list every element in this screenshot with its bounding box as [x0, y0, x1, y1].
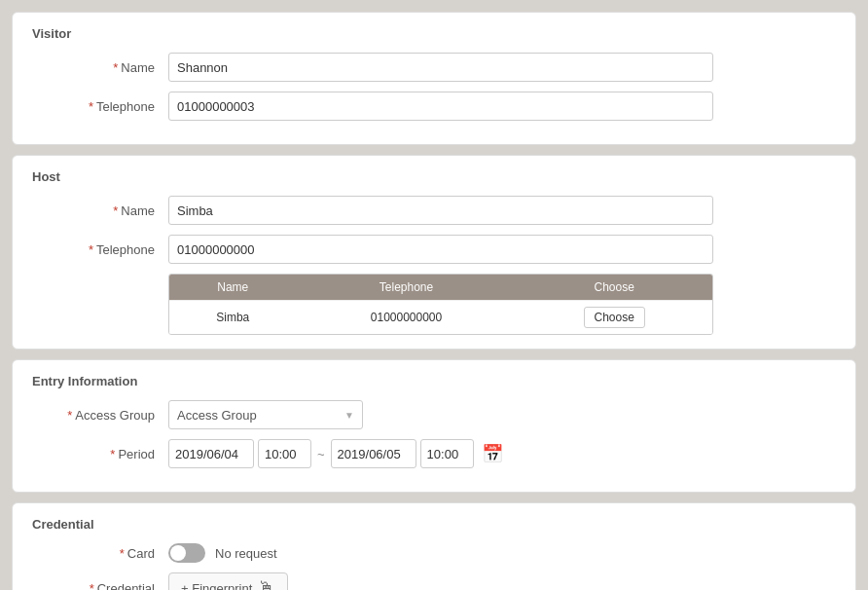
visitor-tel-label: Telephone — [32, 99, 168, 114]
host-name-row: Name — [32, 196, 836, 225]
visitor-tel-row: Telephone — [32, 92, 836, 121]
host-tel-row: Telephone — [32, 235, 836, 264]
col-choose-header: Choose — [516, 275, 712, 301]
visitor-tel-input[interactable] — [168, 92, 713, 121]
host-row-telephone: 01000000000 — [297, 301, 517, 335]
host-name-label: Name — [32, 203, 168, 218]
end-date-input[interactable] — [331, 439, 416, 468]
host-table: Name Telephone Choose Simba 01000000000 … — [168, 274, 713, 335]
access-group-label: Access Group — [32, 408, 168, 423]
visitor-name-row: Name — [32, 53, 836, 82]
period-row: Period ~ 📅 — [32, 439, 836, 468]
visitor-section: Visitor Name Telephone — [12, 12, 856, 145]
start-time-input[interactable] — [258, 439, 311, 468]
fingerprint-icon: 🖱 — [258, 578, 275, 590]
host-row-choose-cell: Choose — [516, 301, 712, 335]
credential-row: Credential + Fingerprint 🖱 — [32, 572, 836, 590]
host-title: Host — [32, 169, 836, 184]
host-row-name: Simba — [169, 301, 297, 335]
access-group-row: Access Group Access Group ▼ — [32, 400, 836, 429]
credential-title: Credential — [32, 517, 836, 532]
credential-label: Credential — [32, 581, 168, 590]
period-label: Period — [32, 447, 168, 461]
start-date-input[interactable] — [168, 439, 254, 468]
visitor-name-label: Name — [32, 60, 168, 75]
access-group-value: Access Group — [177, 408, 257, 423]
visitor-title: Visitor — [32, 26, 836, 41]
card-toggle[interactable] — [168, 543, 205, 563]
calendar-icon[interactable]: 📅 — [482, 443, 503, 464]
card-row: Card No request — [32, 543, 836, 563]
credential-section: Credential Card No request Credential + … — [12, 502, 856, 590]
col-telephone-header: Telephone — [297, 275, 517, 301]
host-section: Host Name Telephone Name Telephone Choos… — [12, 155, 856, 350]
no-request-label: No request — [215, 546, 277, 561]
host-tel-input[interactable] — [168, 235, 713, 264]
host-choose-button[interactable]: Choose — [584, 307, 645, 328]
visitor-name-input[interactable] — [168, 53, 713, 82]
end-time-input[interactable] — [420, 439, 474, 468]
period-inputs: ~ 📅 — [168, 439, 503, 468]
entry-title: Entry Information — [32, 374, 836, 388]
entry-section: Entry Information Access Group Access Gr… — [12, 359, 856, 493]
host-table-row: Simba 01000000000 Choose — [169, 301, 712, 335]
card-label: Card — [32, 546, 168, 561]
host-tel-label: Telephone — [32, 242, 168, 257]
host-name-input[interactable] — [168, 196, 713, 225]
fingerprint-plus-label: + Fingerprint — [181, 581, 252, 590]
fingerprint-button[interactable]: + Fingerprint 🖱 — [168, 572, 288, 590]
dropdown-arrow-icon: ▼ — [344, 410, 354, 421]
col-name-header: Name — [169, 275, 297, 301]
period-separator: ~ — [317, 447, 325, 461]
access-group-select[interactable]: Access Group ▼ — [168, 400, 363, 429]
card-toggle-wrap: No request — [168, 543, 277, 563]
